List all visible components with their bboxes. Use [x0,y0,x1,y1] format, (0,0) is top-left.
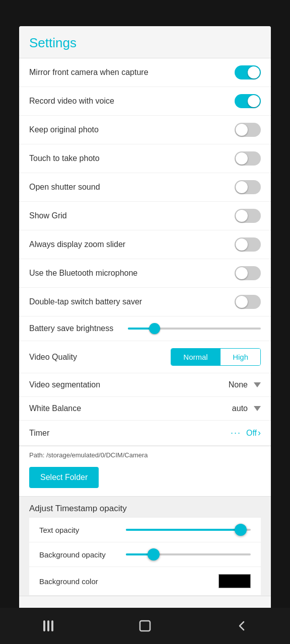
text-opacity-label: Text opacity [39,526,120,534]
timer-label: Timer [29,429,49,438]
setting-shutter-sound: Open shutter sound [19,173,271,202]
setting-touch-take: Touch to take photo [19,144,271,173]
back-icon [235,619,249,633]
select-folder-button[interactable]: Select Folder [29,467,99,488]
menu-icon [43,620,53,631]
video-segmentation-row[interactable]: Video segmentation None [19,373,271,397]
setting-battery-saver: Double-tap switch battery saver [19,288,271,316]
quality-normal-button[interactable]: Normal [171,349,220,365]
bg-color-swatch[interactable] [219,574,251,588]
text-opacity-row: Text opacity [29,518,261,542]
bg-color-label: Background color [39,577,98,586]
battery-brightness-row: Battery save brightness [19,316,271,341]
timer-dots-icon[interactable]: ··· [231,428,241,438]
timer-value[interactable]: Off › [246,428,261,438]
white-balance-row[interactable]: White Balance auto [19,397,271,421]
zoom-slider-toggle[interactable] [235,237,261,252]
show-grid-label: Show Grid [29,211,235,220]
battery-brightness-label: Battery save brightness [29,324,120,333]
nav-menu-button[interactable] [36,614,60,638]
video-segmentation-arrow [254,382,261,387]
keep-original-toggle[interactable] [235,123,261,137]
setting-zoom-slider: Always display zoom slider [19,230,271,259]
quality-high-button[interactable]: High [221,349,260,365]
touch-take-toggle[interactable] [235,151,261,166]
record-video-toggle[interactable] [235,94,261,108]
select-folder-section: Select Folder [19,462,271,497]
dialog-title: Settings [19,26,271,58]
setting-bluetooth-mic: Use the Bluetooth microphone [19,259,271,288]
settings-dialog: Settings Mirror front camera when captur… [19,26,271,627]
bg-color-row[interactable]: Background color [29,567,261,596]
bluetooth-mic-toggle[interactable] [235,266,261,280]
video-segmentation-value[interactable]: None [229,380,261,389]
video-quality-row: Video Quality Normal High [19,341,271,373]
white-balance-value[interactable]: auto [232,404,261,413]
battery-brightness-slider[interactable] [128,324,261,334]
bottom-nav [0,608,290,644]
shutter-sound-label: Open shutter sound [29,183,235,192]
bg-opacity-slider[interactable] [126,549,251,559]
bg-opacity-row: Background opacity [29,542,261,567]
show-grid-toggle[interactable] [235,209,261,223]
setting-keep-original: Keep original photo [19,116,271,144]
shutter-sound-toggle[interactable] [235,180,261,194]
white-balance-label: White Balance [29,404,81,413]
nav-home-button[interactable] [133,614,157,638]
timestamp-title: Adjust Timestamp opacity [29,504,261,514]
settings-list: Mirror front camera when capture Record … [19,58,271,446]
keep-original-label: Keep original photo [29,125,235,134]
record-video-label: Record video with voice [29,97,235,106]
battery-saver-label: Double-tap switch battery saver [29,297,235,306]
video-segmentation-label: Video segmentation [29,380,100,389]
home-icon [138,619,152,633]
touch-take-label: Touch to take photo [29,154,235,163]
timer-chevron-icon: › [258,428,261,438]
text-opacity-slider[interactable] [126,525,251,535]
setting-record-video: Record video with voice [19,87,271,116]
video-quality-buttons: Normal High [171,348,261,366]
storage-path: Path: /storage/emulated/0/DCIM/Camera [19,446,271,462]
setting-mirror-front: Mirror front camera when capture [19,58,271,87]
bg-opacity-label: Background opacity [39,550,120,559]
bluetooth-mic-label: Use the Bluetooth microphone [29,269,235,278]
zoom-slider-label: Always display zoom slider [29,240,235,249]
battery-saver-toggle[interactable] [235,295,261,309]
svg-rect-0 [140,621,150,631]
nav-back-button[interactable] [230,614,254,638]
timer-controls: ··· Off › [231,428,261,438]
setting-show-grid: Show Grid [19,202,271,230]
timestamp-section: Adjust Timestamp opacity Text opacity Ba… [19,497,271,596]
video-quality-label: Video Quality [29,353,77,362]
mirror-front-label: Mirror front camera when capture [29,68,235,77]
timer-row: Timer ··· Off › [19,421,271,446]
white-balance-arrow [254,406,261,411]
mirror-front-toggle[interactable] [235,65,261,79]
timestamp-sliders: Text opacity Background opacity [29,518,261,596]
